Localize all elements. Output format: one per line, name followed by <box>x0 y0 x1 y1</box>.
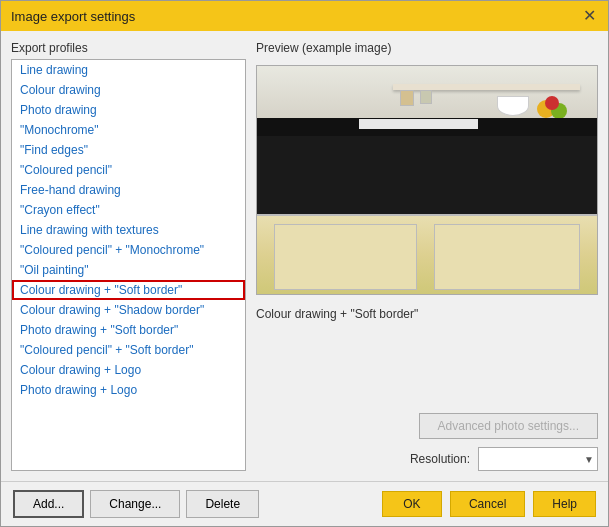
list-item-photo-logo[interactable]: Photo drawing + Logo <box>12 380 245 400</box>
dialog-footer: Add... Change... Delete OK Cancel Help <box>1 481 608 526</box>
left-panel: Export profiles Line drawingColour drawi… <box>11 41 246 471</box>
resolution-label: Resolution: <box>410 452 470 466</box>
cabinet-door1 <box>274 224 417 290</box>
dialog: Image export settings ✕ Export profiles … <box>0 0 609 527</box>
list-item-line-drawing-textures[interactable]: Line drawing with textures <box>12 220 245 240</box>
list-item-colour-soft-border[interactable]: Colour drawing + "Soft border" <box>12 280 245 300</box>
list-item-crayon-effect[interactable]: "Crayon effect" <box>12 200 245 220</box>
list-item-colour-drawing[interactable]: Colour drawing <box>12 80 245 100</box>
preview-caption: Colour drawing + "Soft border" <box>256 303 598 325</box>
cabinet-door2 <box>434 224 580 290</box>
ok-button[interactable]: OK <box>382 491 442 517</box>
delete-button[interactable]: Delete <box>186 490 259 518</box>
footer-right: OK Cancel Help <box>382 491 596 517</box>
list-item-coloured-pencil-soft[interactable]: "Coloured pencil" + "Soft border" <box>12 340 245 360</box>
title-bar: Image export settings ✕ <box>1 1 608 31</box>
list-item-oil-painting[interactable]: "Oil painting" <box>12 260 245 280</box>
list-item-monochrome[interactable]: "Monochrome" <box>12 120 245 140</box>
right-panel: Preview (example image) <box>256 41 598 471</box>
resolution-wrapper: ▼ <box>478 447 598 471</box>
cabinet-front <box>257 214 597 294</box>
list-item-line-drawing[interactable]: Line drawing <box>12 60 245 80</box>
white-paper <box>359 119 478 129</box>
mug1 <box>400 90 414 106</box>
add-button[interactable]: Add... <box>13 490 84 518</box>
list-item-coloured-pencil[interactable]: "Coloured pencil" <box>12 160 245 180</box>
close-button[interactable]: ✕ <box>580 7 598 25</box>
preview-label: Preview (example image) <box>256 41 598 55</box>
list-item-find-edges[interactable]: "Find edges" <box>12 140 245 160</box>
list-item-coloured-pencil-mono[interactable]: "Coloured pencil" + "Monochrome" <box>12 240 245 260</box>
help-button[interactable]: Help <box>533 491 596 517</box>
fruit3 <box>545 96 559 110</box>
list-item-photo-soft-border[interactable]: Photo drawing + "Soft border" <box>12 320 245 340</box>
export-profiles-list[interactable]: Line drawingColour drawingPhoto drawing"… <box>11 59 246 471</box>
mug2 <box>420 90 432 104</box>
bowl <box>497 96 529 116</box>
resolution-row: Resolution: ▼ <box>410 447 598 471</box>
change-button[interactable]: Change... <box>90 490 180 518</box>
list-item-colour-shadow-border[interactable]: Colour drawing + "Shadow border" <box>12 300 245 320</box>
footer-left: Add... Change... Delete <box>13 490 374 518</box>
cancel-button[interactable]: Cancel <box>450 491 525 517</box>
advanced-photo-settings-button[interactable]: Advanced photo settings... <box>419 413 598 439</box>
export-profiles-label: Export profiles <box>11 41 246 55</box>
resolution-select[interactable] <box>478 447 598 471</box>
fruit-bowl <box>537 88 577 118</box>
preview-box <box>256 65 598 295</box>
list-item-free-hand-drawing[interactable]: Free-hand drawing <box>12 180 245 200</box>
dialog-title: Image export settings <box>11 9 135 24</box>
preview-image <box>257 66 597 294</box>
list-item-photo-drawing[interactable]: Photo drawing <box>12 100 245 120</box>
dialog-body: Export profiles Line drawingColour drawi… <box>1 31 608 481</box>
list-item-colour-logo[interactable]: Colour drawing + Logo <box>12 360 245 380</box>
